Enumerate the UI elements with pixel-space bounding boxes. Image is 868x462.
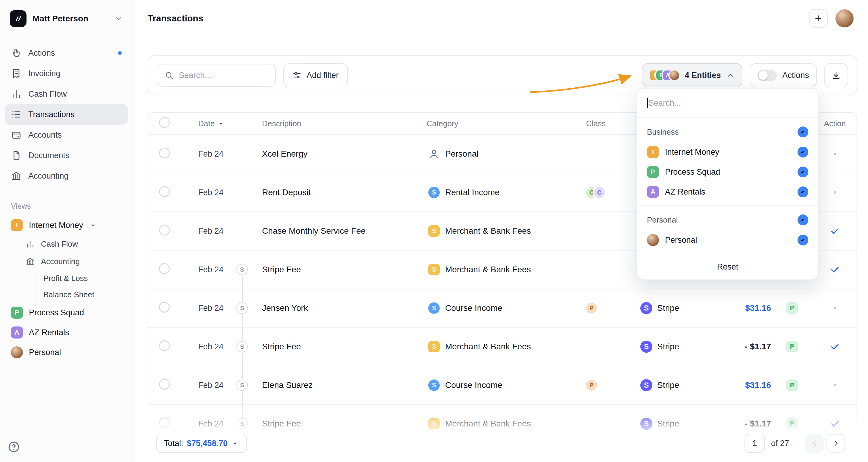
cell-category[interactable]: $Merchant & Bank Fees xyxy=(427,341,581,352)
check-icon[interactable] xyxy=(830,419,840,429)
reset-button[interactable]: Reset xyxy=(637,254,818,279)
next-page-button[interactable] xyxy=(827,434,845,453)
view-label: Accounting xyxy=(41,257,80,266)
cell-description: Rent Deposit xyxy=(255,188,427,197)
cell-category[interactable]: Personal xyxy=(427,148,581,160)
dropdown-item-az-rentals[interactable]: AAZ Rentals xyxy=(637,182,818,202)
table-row[interactable]: Feb 24SElena Suarez$Course IncomePSStrip… xyxy=(148,366,857,405)
cell-entity: P xyxy=(771,341,813,352)
row-checkbox[interactable] xyxy=(159,418,170,428)
checkbox-checked[interactable] xyxy=(798,186,808,197)
row-checkbox[interactable] xyxy=(159,225,170,236)
sidebar-view-az-rentals[interactable]: AAZ Rentals xyxy=(5,322,128,342)
cell-action[interactable] xyxy=(813,384,857,387)
current-page-box[interactable]: 1 xyxy=(745,434,765,453)
column-header-class[interactable]: Class xyxy=(581,119,637,128)
sidebar-view-process-squad[interactable]: PProcess Squad xyxy=(5,303,128,322)
checkbox-checked[interactable] xyxy=(798,147,808,157)
table-row[interactable]: Feb 24SStripe Fee$Merchant & Bank FeesSS… xyxy=(148,328,857,366)
row-checkbox[interactable] xyxy=(159,340,170,351)
cell-amount: $31.16 xyxy=(703,380,771,390)
sidebar-item-cash-flow[interactable]: Cash Flow xyxy=(5,84,128,104)
workspace-switcher[interactable]: Matt Peterson xyxy=(0,0,132,33)
sidebar-item-documents[interactable]: Documents xyxy=(5,145,128,166)
cell-action[interactable] xyxy=(813,191,857,194)
source-label: Stripe xyxy=(657,342,679,351)
checkbox-checked[interactable] xyxy=(798,235,808,245)
dropdown-item-internet-money[interactable]: IInternet Money xyxy=(637,142,818,162)
check-icon[interactable] xyxy=(830,342,840,352)
toggle-switch[interactable] xyxy=(757,69,777,81)
add-button[interactable] xyxy=(809,9,828,28)
sidebar-item-accounting[interactable]: Accounting xyxy=(5,166,128,186)
checkbox-checked[interactable] xyxy=(798,126,808,137)
cell-category[interactable]: $Course Income xyxy=(427,379,581,391)
invoice-icon xyxy=(11,68,22,79)
download-button[interactable] xyxy=(824,63,848,87)
entities-filter-button[interactable]: IPA 4 Entities xyxy=(642,63,742,87)
user-avatar[interactable] xyxy=(835,9,854,27)
cell-category[interactable]: $Merchant & Bank Fees xyxy=(427,418,581,429)
section-label: Personal xyxy=(647,215,678,225)
sidebar-view-balance-sheet[interactable]: Balance Sheet xyxy=(35,286,128,303)
class-badge: P xyxy=(586,380,597,391)
help-icon[interactable] xyxy=(6,439,22,455)
check-icon[interactable] xyxy=(830,226,840,236)
actions-toggle[interactable]: Actions xyxy=(750,63,817,87)
column-header-category[interactable]: Category xyxy=(427,119,581,128)
checkbox-checked[interactable] xyxy=(798,214,808,225)
sidebar-view-cash-flow[interactable]: Cash Flow xyxy=(5,235,128,253)
sidebar-item-accounts[interactable]: Accounts xyxy=(5,125,128,145)
cell-action[interactable] xyxy=(813,307,857,309)
action-dot-icon[interactable] xyxy=(834,153,836,155)
sidebar-view-accounting[interactable]: Accounting xyxy=(5,253,128,270)
row-checkbox[interactable] xyxy=(159,302,170,313)
sidebar-view-profit-loss[interactable]: Profit & Loss xyxy=(35,270,128,286)
column-header-date[interactable]: Date xyxy=(198,119,215,128)
sidebar-item-transactions[interactable]: Transactions xyxy=(5,104,128,125)
row-checkbox[interactable] xyxy=(159,148,170,158)
add-filter-label: Add filter xyxy=(307,71,339,80)
download-icon xyxy=(831,70,841,81)
add-filter-button[interactable]: Add filter xyxy=(283,63,348,87)
cell-action[interactable] xyxy=(813,342,857,352)
cell-category[interactable]: $Merchant & Bank Fees xyxy=(427,264,581,275)
dropdown-search-input[interactable]: Search... xyxy=(637,89,818,118)
cell-class: P xyxy=(581,303,637,313)
action-dot-icon[interactable] xyxy=(834,191,836,194)
column-header-action: Action xyxy=(813,119,857,128)
search-input[interactable]: Search... xyxy=(157,64,276,87)
sidebar-view-personal[interactable]: Personal xyxy=(5,342,128,362)
cell-category[interactable]: $Merchant & Bank Fees xyxy=(427,225,581,237)
cell-category[interactable]: $Rental Income xyxy=(427,187,581,198)
dropdown-item-personal[interactable]: Personal xyxy=(637,230,818,250)
cell-source: SStripe xyxy=(637,302,703,314)
sidebar: Matt Peterson ActionsInvoicingCash FlowT… xyxy=(0,0,133,462)
entity-badge-az-rentals: A xyxy=(11,327,23,339)
action-dot-icon[interactable] xyxy=(834,384,836,387)
cell-action[interactable] xyxy=(813,419,857,429)
dropdown-item-process-squad[interactable]: PProcess Squad xyxy=(637,162,818,182)
sidebar-item-actions[interactable]: Actions xyxy=(5,43,128,63)
row-checkbox[interactable] xyxy=(159,186,170,197)
cell-action[interactable] xyxy=(813,226,857,236)
table-row[interactable]: Feb 24SJensen York$Course IncomePSStripe… xyxy=(148,289,857,328)
column-header-description[interactable]: Description xyxy=(255,119,427,128)
row-checkbox[interactable] xyxy=(159,263,170,274)
sidebar-view-internet-money[interactable]: IInternet Money xyxy=(5,215,128,235)
category-label: Merchant & Bank Fees xyxy=(445,419,531,429)
check-icon[interactable] xyxy=(830,265,840,275)
checkbox-checked[interactable] xyxy=(798,166,808,177)
total-dropdown[interactable]: Total: $75,458.70 xyxy=(156,434,247,453)
row-checkbox[interactable] xyxy=(159,379,170,390)
cell-action[interactable] xyxy=(813,153,857,155)
sidebar-item-invoicing[interactable]: Invoicing xyxy=(5,63,128,84)
chevron-right-icon xyxy=(832,439,840,448)
prev-page-button[interactable] xyxy=(805,434,824,453)
document-icon xyxy=(11,150,22,161)
cell-group: S xyxy=(229,289,255,327)
cell-action[interactable] xyxy=(813,265,857,275)
action-dot-icon[interactable] xyxy=(834,307,836,309)
select-all-checkbox[interactable] xyxy=(159,117,170,128)
cell-category[interactable]: $Course Income xyxy=(427,302,581,314)
